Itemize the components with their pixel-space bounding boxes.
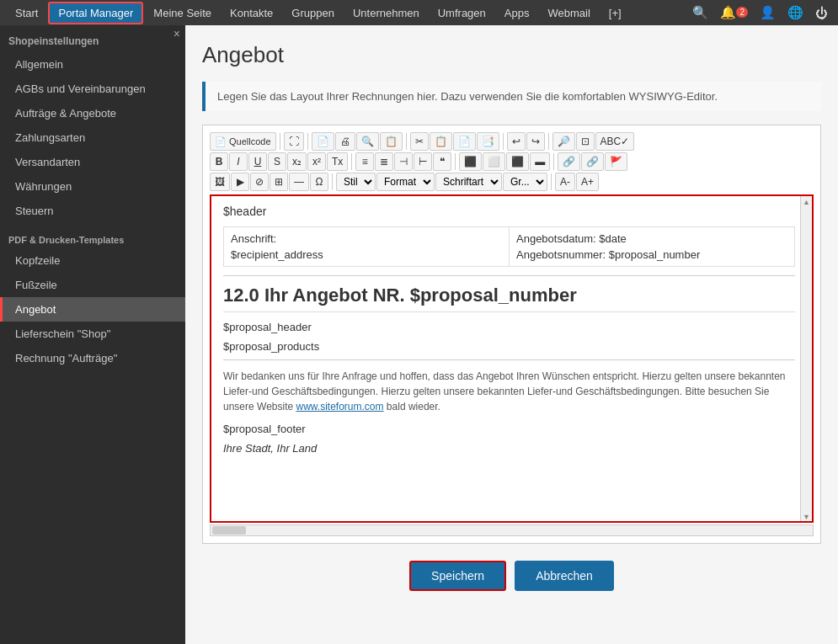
unlink-button[interactable]: 🔗 [581, 152, 604, 171]
sidebar-item-steuern[interactable]: Steuern [0, 199, 185, 223]
vertical-scrollbar[interactable]: ▲ ▼ [800, 196, 812, 521]
sidebar-item-allgemein[interactable]: Allgemein [0, 52, 185, 77]
power-icon[interactable]: ⏻ [812, 4, 831, 22]
quellcode-button[interactable]: 📄 Quellcode [210, 132, 276, 151]
sidebar-item-versandarten[interactable]: Versandarten [0, 150, 185, 174]
nav-gruppen[interactable]: Gruppen [283, 3, 343, 23]
indent-button[interactable]: ⊢ [414, 152, 432, 171]
align-center-button[interactable]: ⬜ [483, 152, 505, 171]
underline-button[interactable]: U [248, 152, 267, 171]
notification-icon[interactable]: 🔔2 [717, 3, 751, 22]
superscript-button[interactable]: x² [307, 152, 326, 171]
horizontal-scrollbar[interactable] [210, 524, 814, 536]
user-icon[interactable]: 👤 [756, 3, 779, 22]
nav-meine-seite[interactable]: Meine Seite [145, 3, 220, 23]
toolbar-sep10 [551, 173, 552, 190]
unordered-list-button[interactable]: ≣ [375, 152, 393, 171]
stil-select[interactable]: Stil [336, 173, 376, 191]
font-size-increase-button[interactable]: A+ [576, 173, 599, 191]
sidebar-item-zahlungsarten[interactable]: Zahlungsarten [0, 125, 185, 150]
nav-umfragen[interactable]: Umfragen [430, 3, 494, 23]
nav-portal-manager[interactable]: Portal Manager [48, 2, 143, 24]
search-icon[interactable]: 🔍 [689, 3, 712, 22]
italic-button[interactable]: I [229, 152, 248, 171]
sidebar-item-angebot[interactable]: Angebot [0, 297, 185, 322]
bold-button[interactable]: B [210, 152, 228, 171]
clear-format-button[interactable]: Tx [327, 152, 348, 171]
align-left-button[interactable]: ⬛ [459, 152, 482, 171]
nav-unternehmen[interactable]: Unternehmen [344, 3, 428, 23]
sidebar-item-lieferschein[interactable]: Lieferschein "Shop" [0, 322, 185, 346]
fullscreen-button[interactable]: ⛶ [284, 132, 304, 151]
blockquote-button[interactable]: ❝ [433, 152, 451, 171]
insert-video-button[interactable]: ▶ [231, 173, 249, 191]
nav-webmail[interactable]: Webmail [539, 3, 598, 23]
preview-button[interactable]: 🔍 [356, 132, 379, 151]
save-button[interactable]: Speichern [409, 561, 506, 591]
sidebar-close-button[interactable]: × [173, 27, 180, 40]
sidebar-item-agbs[interactable]: AGBs und Vereinbarungen [0, 77, 185, 101]
cancel-button[interactable]: Abbrechen [515, 561, 614, 591]
nav-kontakte[interactable]: Kontakte [222, 3, 281, 23]
strikethrough-button[interactable]: S [268, 152, 286, 171]
globe-icon[interactable]: 🌐 [784, 3, 807, 22]
website-link[interactable]: www.siteforum.com [296, 401, 384, 412]
redo-button[interactable]: ↪ [526, 132, 545, 151]
toolbar-sep3 [406, 133, 407, 150]
insert-char-button[interactable]: Ω [310, 173, 328, 191]
scroll-up-button[interactable]: ▲ [803, 198, 810, 206]
copy-button[interactable]: 📋 [430, 132, 452, 151]
sidebar-item-rechnung[interactable]: Rechnung "Aufträge" [0, 346, 185, 370]
paste-button[interactable]: 📄 [453, 132, 476, 151]
sidebar-item-kopfzeile[interactable]: Kopfzeile [0, 248, 185, 273]
top-navigation: Start Portal Manager Meine Seite Kontakt… [0, 0, 838, 25]
editor-body[interactable]: ▲ ▼ $header Anschrift: $recipient_addres… [210, 194, 814, 523]
groesse-select[interactable]: Gr... [503, 173, 547, 191]
date-label: Angebotsdatum: $date [516, 232, 787, 245]
header-variable: $header [223, 205, 795, 218]
subscript-button[interactable]: x₂ [287, 152, 307, 171]
insert-table-button[interactable]: ⊞ [270, 173, 288, 191]
select-all-button[interactable]: ⊡ [576, 132, 595, 151]
find-replace-button[interactable]: 🔎 [552, 132, 575, 151]
align-justify-button[interactable]: ▬ [530, 152, 550, 171]
align-right-button[interactable]: ⬛ [506, 152, 529, 171]
divider2 [223, 359, 795, 360]
insert-line-button[interactable]: — [289, 173, 309, 191]
insert-image-button[interactable]: 🖼 [210, 173, 230, 191]
sidebar-item-auftraege[interactable]: Aufträge & Angebote [0, 101, 185, 125]
nav-start[interactable]: Start [7, 3, 46, 23]
footer-text: Wir bedanken uns für Ihre Anfrage und ho… [223, 369, 795, 414]
print-button[interactable]: 🖨 [335, 132, 355, 151]
sidebar-section-shopeinstellungen: Shopeinstellungen [0, 25, 185, 52]
sidebar-section-pdf: PDF & Drucken-Templates [0, 223, 185, 248]
outdent-button[interactable]: ⊣ [394, 152, 413, 171]
spellcheck-button[interactable]: 📋 [380, 132, 403, 151]
divider1 [223, 275, 795, 276]
ordered-list-button[interactable]: ≡ [355, 152, 374, 171]
format-select[interactable]: Format [376, 173, 435, 191]
toolbar-sep4 [503, 133, 504, 150]
quellcode-icon: 📄 [215, 136, 227, 147]
toolbar-sep2 [307, 133, 308, 150]
hscrollbar-thumb[interactable] [212, 526, 246, 535]
link-button[interactable]: 🔗 [558, 152, 580, 171]
undo-button[interactable]: ↩ [507, 132, 526, 151]
nav-plus[interactable]: [+] [600, 3, 630, 23]
new-doc-button[interactable]: 📄 [312, 132, 334, 151]
cut-button[interactable]: ✂ [410, 132, 429, 151]
scroll-down-button[interactable]: ▼ [803, 513, 810, 521]
nav-apps[interactable]: Apps [496, 3, 538, 23]
toolbar-sep7 [455, 153, 456, 170]
insert-emoji-button[interactable]: ⊘ [250, 173, 269, 191]
paste-text-button[interactable]: 📑 [477, 132, 499, 151]
notification-badge: 2 [736, 7, 748, 18]
anchor-button[interactable]: 🚩 [605, 152, 627, 171]
schriftart-select[interactable]: Schriftart [435, 173, 502, 191]
editor-content-area: $header Anschrift: $recipient_address An… [211, 196, 812, 463]
sidebar-item-waehrungen[interactable]: Währungen [0, 174, 185, 199]
nav-right-icons: 🔍 🔔2 👤 🌐 ⏻ [689, 3, 831, 22]
sidebar-item-fusszeile[interactable]: Fußzeile [0, 273, 185, 297]
font-size-decrease-button[interactable]: A- [555, 173, 575, 191]
spellcheck2-button[interactable]: ABC✓ [595, 132, 635, 151]
